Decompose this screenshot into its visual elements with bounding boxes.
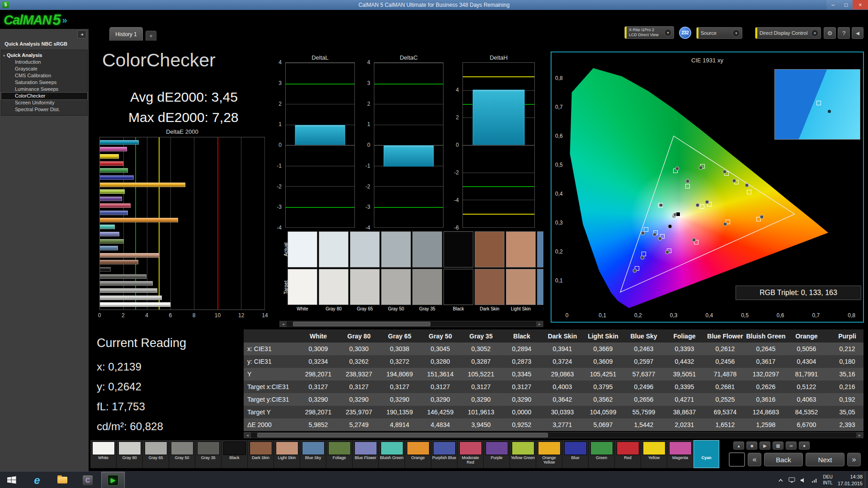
strip-swatch-blue[interactable]: Blue: [562, 440, 589, 468]
cie-x-tick: 0,5: [741, 312, 749, 319]
sidebar-item-screen-uniformity[interactable]: Screen Uniformity: [1, 99, 87, 106]
close-button[interactable]: ×: [853, 0, 868, 9]
file-explorer-icon: [57, 477, 67, 483]
new-tab-button[interactable]: +: [146, 31, 156, 41]
taskbar-calman-button[interactable]: ▶: [101, 472, 125, 488]
strip-swatch-magenta[interactable]: Magenta: [667, 440, 693, 468]
next-chevron-button[interactable]: »: [847, 453, 861, 466]
volume-tray-icon[interactable]: [800, 478, 807, 483]
strip-swatch-green[interactable]: Green: [589, 440, 615, 468]
maximize-button[interactable]: □: [840, 0, 853, 9]
stop-button[interactable]: ■: [746, 441, 757, 450]
strip-swatch-dark-skin[interactable]: Dark Skin: [248, 440, 274, 468]
taskbar-explorer-button[interactable]: [51, 472, 74, 488]
sidebar-item-luminance-sweeps[interactable]: Luminance Sweeps: [1, 86, 87, 93]
strip-swatch-cyan[interactable]: Cyan: [693, 440, 720, 468]
sidebar-item-cms-calibration[interactable]: CMS Calibration: [1, 72, 87, 79]
strip-swatch-foliage[interactable]: Foliage: [326, 440, 353, 468]
sidebar-item-grayscale[interactable]: Grayscale: [1, 66, 87, 72]
scroll-left-icon[interactable]: ◄: [244, 432, 251, 438]
sidebar-collapse-button[interactable]: ◄: [77, 30, 86, 38]
swatch-color-red: [617, 441, 639, 455]
clock[interactable]: 14:38 17.01.2015: [838, 474, 863, 487]
sidebar-item-colorchecker[interactable]: ColorChecker: [1, 93, 87, 99]
table-cell: 3,9450: [461, 421, 501, 428]
source-selector[interactable]: Source ▾: [696, 27, 742, 39]
cie-measured-blue: [633, 268, 637, 272]
strip-swatch-blue-flower[interactable]: Blue Flower: [353, 440, 379, 468]
table-scroll-thumb[interactable]: [257, 433, 548, 437]
strip-swatch-purple[interactable]: Purple: [484, 440, 510, 468]
cie-y-tick: 0,6: [555, 133, 563, 139]
cie-1931-panel[interactable]: CIE 1931 xy RGB Triplet: 0, 133, 163 0,1…: [551, 52, 864, 323]
strip-swatch-light-skin[interactable]: Light Skin: [274, 440, 300, 468]
scroll-right-icon[interactable]: ►: [536, 321, 543, 327]
table-scrollbar[interactable]: ◄ ►: [244, 432, 863, 438]
pattern-window-button[interactable]: ▦: [773, 441, 783, 450]
source-dropdown-icon[interactable]: ▾: [732, 29, 740, 37]
display-control-selector[interactable]: Direct Display Control ▾: [755, 27, 821, 39]
cie-target-light-skin: [700, 204, 704, 209]
cie-measured-magenta: [692, 238, 696, 242]
table-cell: 151,3614: [420, 371, 461, 378]
patch-target-dark-skin: [475, 269, 505, 305]
patch-comparison: Actual Target WhiteGray 80Gray 65Gray 50…: [279, 231, 543, 317]
strip-swatch-white[interactable]: White: [90, 440, 117, 468]
deltae-bar-blue-sky: [100, 246, 118, 250]
strip-swatch-moderate-red[interactable]: Moderate Red: [458, 440, 484, 468]
collapse-panel-button[interactable]: ◄: [852, 27, 863, 39]
scroll-right-icon[interactable]: ►: [856, 432, 863, 438]
strip-swatch-yellow-green[interactable]: Yellow Green: [510, 440, 536, 468]
strip-swatch-red[interactable]: Red: [615, 440, 641, 468]
workflow-root-node[interactable]: ▾Quick Analysis: [1, 52, 87, 59]
pattern-window-button[interactable]: [729, 452, 745, 467]
dl-y-tick: 3: [278, 80, 282, 86]
play-button[interactable]: ▶: [760, 441, 770, 450]
patch-scrollbar[interactable]: ◄ ►: [279, 321, 543, 327]
sidebar-item-introduction[interactable]: Introduction: [1, 59, 87, 66]
start-button[interactable]: [0, 472, 24, 488]
strip-swatch-bluish-green[interactable]: Bluish Green: [379, 440, 405, 468]
read-settings-button[interactable]: ●: [799, 441, 810, 450]
sidebar-item-saturation-sweeps[interactable]: Saturation Sweeps: [1, 79, 87, 86]
tab-history-1[interactable]: History 1: [109, 27, 143, 41]
network-tray-icon[interactable]: [811, 478, 818, 483]
next-button[interactable]: Next: [806, 453, 844, 466]
strip-swatch-gray-50[interactable]: Gray 50: [169, 440, 195, 468]
strip-swatch-black[interactable]: Black: [222, 440, 248, 468]
cie-measured-black: [668, 225, 672, 229]
strip-swatch-gray-80[interactable]: Gray 80: [117, 440, 143, 468]
taskbar-studio-button[interactable]: C: [76, 472, 99, 488]
minimize-button[interactable]: –: [826, 0, 840, 9]
strip-swatch-gray-65[interactable]: Gray 65: [143, 440, 169, 468]
workflow-title: Quick Analysis NBC sRGB: [5, 41, 67, 47]
help-button[interactable]: ?: [838, 27, 850, 39]
strip-swatch-purplish-blue[interactable]: Purplish Blue: [431, 440, 458, 468]
deltae-row-light-skin: [100, 252, 264, 259]
display-tray-icon[interactable]: [788, 477, 795, 483]
patch-scroll-track[interactable]: [287, 321, 536, 327]
continuous-read-button[interactable]: ∞: [786, 441, 797, 450]
deltae-row-gray-65: [100, 287, 264, 294]
strip-swatch-blue-sky[interactable]: Blue Sky: [300, 440, 326, 468]
strip-swatch-orange-yellow[interactable]: Orange Yellow: [536, 440, 562, 468]
table-scroll-track[interactable]: [251, 432, 856, 438]
back-chevron-button[interactable]: «: [748, 453, 761, 466]
language-indicator[interactable]: DEU INTL: [823, 474, 833, 486]
hidden-icons-caret-icon[interactable]: [778, 479, 783, 482]
patch-scroll-thumb[interactable]: [293, 322, 430, 326]
show-desktop-button[interactable]: [865, 472, 868, 488]
strip-swatch-orange[interactable]: Orange: [405, 440, 431, 468]
patch-label-light-skin: Light Skin: [506, 306, 536, 311]
eject-button[interactable]: ▴: [733, 441, 744, 450]
scroll-left-icon[interactable]: ◄: [280, 321, 287, 327]
settings-button[interactable]: ⚙: [824, 27, 836, 39]
back-button[interactable]: Back: [764, 453, 803, 466]
meter-dropdown-icon[interactable]: ▾: [664, 29, 672, 37]
sidebar-item-spectral-power-dist[interactable]: Spectral Power Dist.: [1, 106, 87, 113]
strip-swatch-gray-35[interactable]: Gray 35: [195, 440, 222, 468]
strip-swatch-yellow[interactable]: Yellow: [641, 440, 667, 468]
display-control-dropdown-icon[interactable]: ▾: [811, 29, 819, 37]
taskbar-ie-button[interactable]: e: [25, 472, 49, 488]
meter-selector[interactable]: X-Rite i1Pro 2 LCD Direct View ▾: [624, 26, 674, 39]
